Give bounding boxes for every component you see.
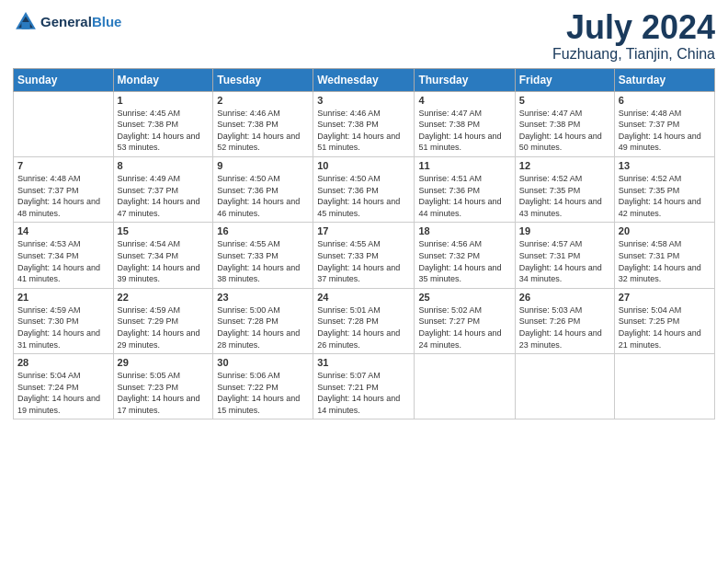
day-number: 13 — [619, 160, 711, 171]
day-info: Sunrise: 4:48 AMSunset: 7:37 PMDaylight:… — [17, 173, 109, 219]
day-info: Sunrise: 4:45 AMSunset: 7:38 PMDaylight:… — [118, 108, 210, 154]
day-number: 19 — [519, 225, 610, 236]
table-row: 23 Sunrise: 5:00 AMSunset: 7:28 PMDaylig… — [213, 288, 313, 353]
day-number: 30 — [217, 357, 309, 368]
day-number: 26 — [519, 292, 610, 303]
table-row: 28 Sunrise: 5:04 AMSunset: 7:24 PMDaylig… — [14, 354, 114, 419]
day-info: Sunrise: 5:05 AMSunset: 7:23 PMDaylight:… — [118, 370, 210, 416]
table-row: 31 Sunrise: 5:07 AMSunset: 7:21 PMDaylig… — [313, 354, 415, 419]
day-info: Sunrise: 4:46 AMSunset: 7:38 PMDaylight:… — [317, 108, 410, 154]
day-number: 27 — [619, 292, 711, 303]
day-info: Sunrise: 5:01 AMSunset: 7:28 PMDaylight:… — [317, 304, 410, 350]
day-number: 6 — [619, 95, 711, 106]
calendar-week-row: 28 Sunrise: 5:04 AMSunset: 7:24 PMDaylig… — [14, 354, 715, 419]
calendar-week-row: 1 Sunrise: 4:45 AMSunset: 7:38 PMDayligh… — [14, 91, 715, 156]
day-number: 17 — [317, 225, 410, 236]
table-row: 1 Sunrise: 4:45 AMSunset: 7:38 PMDayligh… — [113, 91, 213, 156]
day-info: Sunrise: 5:06 AMSunset: 7:22 PMDaylight:… — [217, 370, 309, 416]
table-row: 27 Sunrise: 5:04 AMSunset: 7:25 PMDaylig… — [614, 288, 714, 353]
day-info: Sunrise: 4:47 AMSunset: 7:38 PMDaylight:… — [519, 108, 610, 154]
table-row: 17 Sunrise: 4:55 AMSunset: 7:33 PMDaylig… — [313, 223, 415, 288]
table-row: 30 Sunrise: 5:06 AMSunset: 7:22 PMDaylig… — [213, 354, 313, 419]
day-number: 2 — [217, 95, 309, 106]
table-row: 25 Sunrise: 5:02 AMSunset: 7:27 PMDaylig… — [415, 288, 515, 353]
day-info: Sunrise: 4:58 AMSunset: 7:31 PMDaylight:… — [619, 238, 711, 284]
svg-rect-2 — [21, 22, 29, 29]
day-number: 7 — [17, 160, 109, 171]
table-row: 11 Sunrise: 4:51 AMSunset: 7:36 PMDaylig… — [415, 156, 515, 222]
day-info: Sunrise: 4:59 AMSunset: 7:30 PMDaylight:… — [17, 304, 109, 350]
header-friday: Friday — [515, 68, 614, 91]
logo-icon — [13, 9, 39, 35]
day-number: 29 — [118, 357, 210, 368]
table-row: 8 Sunrise: 4:49 AMSunset: 7:37 PMDayligh… — [113, 156, 213, 222]
page-container: GeneralBlue July 2024 Fuzhuang, Tianjin,… — [0, 0, 728, 427]
day-number: 5 — [519, 95, 610, 106]
day-number: 21 — [17, 292, 109, 303]
day-info: Sunrise: 4:54 AMSunset: 7:34 PMDaylight:… — [118, 238, 210, 284]
day-info: Sunrise: 5:04 AMSunset: 7:25 PMDaylight:… — [619, 304, 711, 350]
day-info: Sunrise: 5:07 AMSunset: 7:21 PMDaylight:… — [317, 370, 410, 416]
location-title: Fuzhuang, Tianjin, China — [552, 46, 715, 63]
day-number: 24 — [317, 292, 410, 303]
day-info: Sunrise: 5:03 AMSunset: 7:26 PMDaylight:… — [519, 304, 610, 350]
day-number: 20 — [619, 225, 711, 236]
day-info: Sunrise: 4:55 AMSunset: 7:33 PMDaylight:… — [317, 238, 410, 284]
day-number: 12 — [519, 160, 610, 171]
table-row: 29 Sunrise: 5:05 AMSunset: 7:23 PMDaylig… — [113, 354, 213, 419]
day-number: 28 — [17, 357, 109, 368]
table-row: 13 Sunrise: 4:52 AMSunset: 7:35 PMDaylig… — [614, 156, 714, 222]
day-info: Sunrise: 4:48 AMSunset: 7:37 PMDaylight:… — [619, 108, 711, 154]
table-row: 14 Sunrise: 4:53 AMSunset: 7:34 PMDaylig… — [14, 223, 114, 288]
day-number: 14 — [17, 225, 109, 236]
calendar-week-row: 14 Sunrise: 4:53 AMSunset: 7:34 PMDaylig… — [14, 223, 715, 288]
calendar-table: Sunday Monday Tuesday Wednesday Thursday… — [13, 68, 715, 420]
table-row — [614, 354, 714, 419]
day-info: Sunrise: 4:56 AMSunset: 7:32 PMDaylight:… — [418, 238, 510, 284]
title-block: July 2024 Fuzhuang, Tianjin, China — [552, 9, 715, 63]
weekday-header-row: Sunday Monday Tuesday Wednesday Thursday… — [14, 68, 715, 91]
header: GeneralBlue July 2024 Fuzhuang, Tianjin,… — [13, 9, 715, 63]
day-number: 18 — [418, 225, 510, 236]
logo-text: GeneralBlue — [40, 15, 121, 30]
day-number: 22 — [118, 292, 210, 303]
table-row: 5 Sunrise: 4:47 AMSunset: 7:38 PMDayligh… — [515, 91, 614, 156]
header-saturday: Saturday — [614, 68, 714, 91]
header-sunday: Sunday — [14, 68, 114, 91]
table-row: 19 Sunrise: 4:57 AMSunset: 7:31 PMDaylig… — [515, 223, 614, 288]
day-info: Sunrise: 5:00 AMSunset: 7:28 PMDaylight:… — [217, 304, 309, 350]
day-number: 25 — [418, 292, 510, 303]
table-row: 2 Sunrise: 4:46 AMSunset: 7:38 PMDayligh… — [213, 91, 313, 156]
logo: GeneralBlue — [13, 9, 121, 35]
day-info: Sunrise: 4:46 AMSunset: 7:38 PMDaylight:… — [217, 108, 309, 154]
table-row: 15 Sunrise: 4:54 AMSunset: 7:34 PMDaylig… — [113, 223, 213, 288]
header-thursday: Thursday — [415, 68, 515, 91]
day-info: Sunrise: 4:57 AMSunset: 7:31 PMDaylight:… — [519, 238, 610, 284]
header-wednesday: Wednesday — [313, 68, 415, 91]
day-info: Sunrise: 4:59 AMSunset: 7:29 PMDaylight:… — [118, 304, 210, 350]
table-row — [515, 354, 614, 419]
day-info: Sunrise: 5:02 AMSunset: 7:27 PMDaylight:… — [418, 304, 510, 350]
table-row: 7 Sunrise: 4:48 AMSunset: 7:37 PMDayligh… — [14, 156, 114, 222]
day-info: Sunrise: 4:52 AMSunset: 7:35 PMDaylight:… — [619, 173, 711, 219]
day-info: Sunrise: 4:49 AMSunset: 7:37 PMDaylight:… — [118, 173, 210, 219]
day-info: Sunrise: 4:50 AMSunset: 7:36 PMDaylight:… — [217, 173, 309, 219]
day-number: 10 — [317, 160, 410, 171]
day-info: Sunrise: 4:55 AMSunset: 7:33 PMDaylight:… — [217, 238, 309, 284]
table-row: 9 Sunrise: 4:50 AMSunset: 7:36 PMDayligh… — [213, 156, 313, 222]
day-number: 15 — [118, 225, 210, 236]
day-info: Sunrise: 5:04 AMSunset: 7:24 PMDaylight:… — [17, 370, 109, 416]
table-row: 18 Sunrise: 4:56 AMSunset: 7:32 PMDaylig… — [415, 223, 515, 288]
table-row: 16 Sunrise: 4:55 AMSunset: 7:33 PMDaylig… — [213, 223, 313, 288]
month-title: July 2024 — [552, 9, 715, 46]
day-number: 23 — [217, 292, 309, 303]
table-row: 12 Sunrise: 4:52 AMSunset: 7:35 PMDaylig… — [515, 156, 614, 222]
table-row: 4 Sunrise: 4:47 AMSunset: 7:38 PMDayligh… — [415, 91, 515, 156]
day-info: Sunrise: 4:51 AMSunset: 7:36 PMDaylight:… — [418, 173, 510, 219]
day-number: 11 — [418, 160, 510, 171]
calendar-week-row: 7 Sunrise: 4:48 AMSunset: 7:37 PMDayligh… — [14, 156, 715, 222]
table-row: 26 Sunrise: 5:03 AMSunset: 7:26 PMDaylig… — [515, 288, 614, 353]
day-number: 8 — [118, 160, 210, 171]
table-row — [415, 354, 515, 419]
header-monday: Monday — [113, 68, 213, 91]
